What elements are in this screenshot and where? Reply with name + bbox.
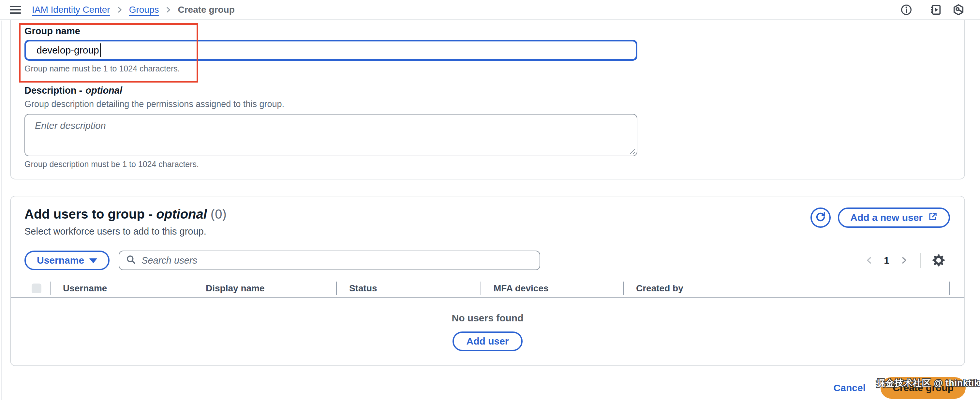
previous-page-button[interactable] bbox=[864, 255, 874, 265]
create-group-page: IAM Identity Center Groups Create group bbox=[0, 0, 980, 400]
pager-divider bbox=[920, 253, 921, 268]
info-icon[interactable] bbox=[899, 3, 913, 17]
no-users-found-text: No users found bbox=[11, 312, 964, 324]
search-icon bbox=[126, 255, 136, 266]
users-count: (0) bbox=[211, 207, 227, 221]
page-number[interactable]: 1 bbox=[882, 255, 891, 266]
add-users-card: Add users to group -optional(0) Select w… bbox=[10, 196, 965, 366]
create-group-button[interactable]: Create group bbox=[881, 377, 966, 399]
group-name-value: develop-group bbox=[37, 45, 99, 56]
column-header-mfa-devices: MFA devices bbox=[480, 282, 623, 295]
column-header-display-name: Display name bbox=[192, 282, 336, 295]
tutorials-notebook-icon[interactable] bbox=[929, 3, 943, 17]
column-header-created-by: Created by bbox=[623, 282, 949, 295]
empty-state: No users found Add user bbox=[11, 312, 964, 351]
add-users-subtitle: Select workforce users to add to this gr… bbox=[24, 226, 227, 237]
refresh-icon bbox=[815, 211, 826, 224]
description-optional-label: optional bbox=[86, 85, 122, 96]
add-a-new-user-button[interactable]: Add a new user bbox=[838, 207, 950, 228]
column-end-divider bbox=[949, 282, 950, 295]
text-cursor bbox=[100, 43, 101, 57]
table-settings-gear-icon[interactable] bbox=[932, 253, 945, 267]
breadcrumb-groups[interactable]: Groups bbox=[129, 5, 159, 15]
breadcrumb-iam-identity-center[interactable]: IAM Identity Center bbox=[32, 5, 110, 15]
add-users-title: Add users to group -optional(0) bbox=[24, 206, 227, 222]
users-head-titles: Add users to group -optional(0) Select w… bbox=[24, 206, 227, 237]
chevron-down-icon bbox=[89, 258, 97, 263]
chevron-right-icon bbox=[164, 6, 172, 14]
topbar-divider bbox=[921, 3, 921, 16]
page-left-border bbox=[1, 21, 2, 400]
form-actions: Cancel Create group bbox=[0, 377, 980, 399]
group-details-card: Group name develop-group Group name must… bbox=[10, 20, 965, 179]
breadcrumb: IAM Identity Center Groups Create group bbox=[32, 5, 235, 15]
next-page-button[interactable] bbox=[899, 255, 909, 265]
cloudshell-hexagon-icon[interactable] bbox=[951, 3, 966, 17]
chevron-right-icon bbox=[115, 6, 124, 14]
group-name-label: Group name bbox=[24, 25, 964, 37]
refresh-button[interactable] bbox=[810, 207, 831, 228]
column-header-username: Username bbox=[50, 282, 192, 295]
username-filter-dropdown[interactable]: Username bbox=[24, 250, 110, 270]
topbar-actions bbox=[899, 3, 980, 17]
group-name-constraint: Group name must be 1 to 1024 characters. bbox=[24, 64, 964, 73]
description-label: Description -optional bbox=[24, 84, 964, 96]
group-name-input[interactable]: develop-group bbox=[24, 40, 637, 61]
search-placeholder: Search users bbox=[142, 255, 197, 266]
cancel-button[interactable]: Cancel bbox=[834, 382, 865, 394]
external-link-icon bbox=[928, 212, 938, 224]
select-all-checkbox[interactable] bbox=[32, 284, 41, 293]
column-header-status: Status bbox=[336, 282, 480, 295]
top-navigation-bar: IAM Identity Center Groups Create group bbox=[0, 0, 980, 20]
search-users-input[interactable]: Search users bbox=[119, 250, 540, 270]
textarea-resize-handle[interactable] bbox=[628, 147, 635, 154]
users-table-header: Username Display name Status MFA devices… bbox=[11, 279, 964, 298]
description-constraint: Group description must be 1 to 1024 char… bbox=[24, 160, 964, 168]
breadcrumb-current-page: Create group bbox=[178, 5, 234, 15]
add-user-button[interactable]: Add user bbox=[452, 331, 522, 351]
description-hint: Group description detailing the permissi… bbox=[24, 99, 964, 109]
menu-icon[interactable] bbox=[10, 6, 21, 14]
description-textarea[interactable]: Enter description bbox=[24, 114, 637, 156]
description-placeholder: Enter description bbox=[35, 120, 106, 131]
